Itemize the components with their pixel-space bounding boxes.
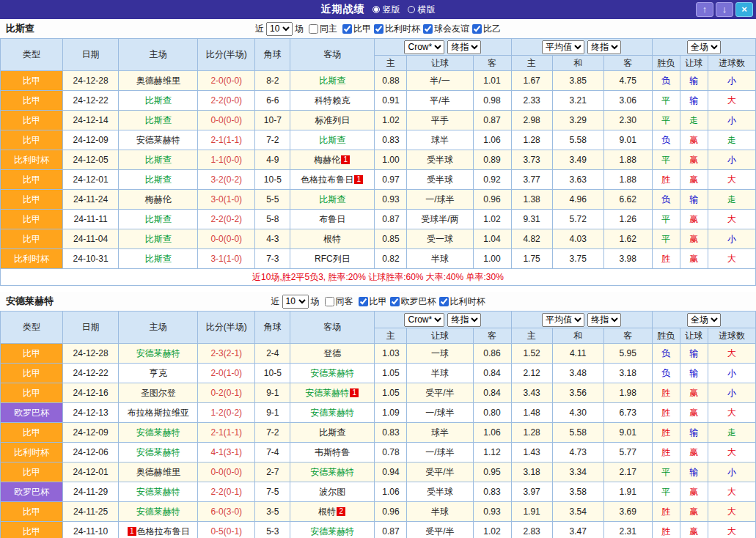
league-checkbox[interactable]	[342, 24, 352, 34]
matches-table: 类型 日期 主场 比分(半场) 角球 客场 Crow*终指 平均值终指 全场	[0, 38, 756, 286]
layout-horizontal-radio[interactable]: 横版	[408, 4, 436, 16]
avg-away-cell: 1.88	[603, 150, 652, 170]
odds-handicap-cell: 受平/半	[407, 383, 473, 403]
match-type-cell: 比利时杯	[1, 443, 63, 463]
result-outcome-cell: 负	[652, 364, 680, 383]
avg-source-select[interactable]: 平均值	[542, 313, 584, 327]
odds-final-select[interactable]: 终指	[447, 313, 481, 327]
league-filters: 比甲欧罗巴杯比利时杯	[356, 295, 485, 308]
match-date-cell: 24-12-22	[63, 364, 119, 383]
avg-home-cell: 1.28	[511, 130, 552, 150]
home-team-cell: 安德莱赫特	[119, 344, 198, 364]
avg-home-cell: 3.73	[511, 150, 552, 170]
avg-source-select[interactable]: 平均值	[542, 40, 584, 54]
scroll-down-button[interactable]: ↓	[716, 2, 733, 17]
league-filter[interactable]: 比乙	[469, 23, 501, 35]
odds-home-cell: 1.02	[375, 111, 407, 130]
match-row: 比甲24-12-14比斯查0-0(0-0)10-7标准列日1.02平手0.872…	[1, 111, 756, 130]
away-team-cell: 韦斯特鲁	[290, 443, 375, 463]
result-handicap-cell: 输	[680, 364, 708, 383]
home-team-cell: 亨克	[119, 364, 198, 383]
same-venue-filter[interactable]: 同主	[306, 23, 337, 35]
same-venue-filter[interactable]: 同客	[322, 295, 353, 308]
league-checkbox[interactable]	[359, 297, 368, 306]
team-name: 比斯查	[319, 135, 345, 145]
avg-final-select[interactable]: 终指	[587, 313, 621, 327]
away-team-cell: 安德莱赫特	[290, 364, 375, 383]
result-outcome-cell: 胜	[652, 423, 680, 443]
scroll-up-button[interactable]: ↑	[696, 2, 713, 17]
avg-away-cell: 9.01	[603, 130, 652, 150]
match-type-cell: 比甲	[1, 423, 63, 443]
same-venue-checkbox[interactable]	[309, 24, 318, 34]
close-button[interactable]: ×	[735, 2, 753, 17]
league-filter[interactable]: 球会友谊	[420, 23, 469, 35]
score-cell: 3-1(1-0)	[198, 249, 255, 269]
score-cell: 4-1(3-1)	[198, 443, 255, 463]
avg-home-cell: 2.12	[511, 364, 552, 383]
league-checkbox[interactable]	[374, 24, 383, 34]
window-title: 近期战绩	[321, 3, 365, 16]
match-count-select[interactable]: 10	[282, 295, 309, 309]
col-header-home: 主场	[119, 312, 198, 344]
match-row: 欧罗巴杯24-11-29安德莱赫特2-2(0-1)7-5波尔图1.06受半球0.…	[1, 482, 756, 502]
league-filter[interactable]: 比利时杯	[371, 23, 420, 35]
odds-away-cell: 0.86	[473, 344, 511, 364]
home-team-cell: 比斯查	[119, 229, 198, 249]
score-cell: 0-0(0-0)	[198, 229, 255, 249]
corner-cell: 5-5	[255, 190, 290, 210]
result-goals-cell: 大	[708, 443, 755, 463]
team-name: 安德莱赫特	[310, 467, 354, 477]
match-type-cell: 比甲	[1, 502, 63, 522]
league-checkbox[interactable]	[472, 24, 482, 34]
team-name: 奥德赫维里	[136, 75, 180, 86]
league-checkbox[interactable]	[390, 297, 400, 306]
odds-final-select[interactable]: 终指	[447, 40, 481, 54]
same-venue-checkbox[interactable]	[325, 297, 334, 306]
league-label: 比利时杯	[450, 295, 485, 308]
league-filter[interactable]: 比甲	[340, 23, 371, 35]
match-type-cell: 比甲	[1, 210, 63, 229]
result-outcome-cell: 胜	[652, 170, 680, 190]
team-name: 安德莱赫特	[136, 348, 180, 358]
team-name-heading: 安德莱赫特	[6, 295, 54, 308]
score-cell: 0-2(0-1)	[198, 383, 255, 403]
match-row: 比甲24-12-16圣图尔登0-2(0-1)9-1安德莱赫特11.05受平/半0…	[1, 383, 756, 403]
league-filter[interactable]: 比甲	[356, 295, 387, 308]
filter-bar: 近 10 场 同主 比甲比利时杯球会友谊比乙	[255, 22, 501, 36]
match-type-cell: 比利时杯	[1, 150, 63, 170]
match-count-select[interactable]: 10	[266, 22, 293, 36]
match-date-cell: 24-12-01	[63, 170, 119, 190]
avg-home-cell: 3.77	[511, 170, 552, 190]
match-date-cell: 24-12-01	[63, 463, 119, 482]
result-handicap-cell: 输	[680, 463, 708, 482]
league-checkbox[interactable]	[423, 24, 433, 34]
scope-select[interactable]: 全场	[687, 313, 721, 327]
odds-home-cell: 0.96	[375, 502, 407, 522]
league-checkbox[interactable]	[439, 297, 449, 306]
avg-final-select[interactable]: 终指	[587, 40, 621, 54]
odds-source-select[interactable]: Crow*	[404, 40, 444, 54]
away-team-cell: 登德	[290, 344, 375, 364]
scope-select[interactable]: 全场	[687, 40, 721, 54]
odds-handicap-cell: 球半	[407, 423, 473, 443]
away-team-cell: 根特2	[290, 502, 375, 522]
layout-vertical-radio[interactable]: 竖版	[373, 4, 400, 16]
league-filter[interactable]: 欧罗巴杯	[387, 295, 436, 308]
match-date-cell: 24-11-10	[63, 522, 119, 538]
red-card-badge: 1	[341, 155, 350, 164]
result-handicap-cell: 赢	[680, 150, 708, 170]
odds-handicap-cell: 受平/半	[407, 522, 473, 538]
avg-home-cell: 2.83	[511, 522, 552, 538]
result-outcome-cell: 胜	[652, 249, 680, 269]
result-outcome-cell: 胜	[652, 403, 680, 423]
league-filter[interactable]: 比利时杯	[436, 295, 485, 308]
result-goals-cell: 大	[708, 249, 755, 269]
match-row: 比利时杯24-12-06安德莱赫特4-1(3-1)7-4韦斯特鲁0.78一/球半…	[1, 443, 756, 463]
odds-source-select[interactable]: Crow*	[404, 313, 444, 327]
result-goals-cell: 大	[708, 522, 755, 538]
result-outcome-cell: 平	[652, 91, 680, 111]
avg-home-cell: 9.31	[511, 210, 552, 229]
avg-home-cell: 1.48	[511, 403, 552, 423]
odds-handicap-cell: 半球	[407, 502, 473, 522]
